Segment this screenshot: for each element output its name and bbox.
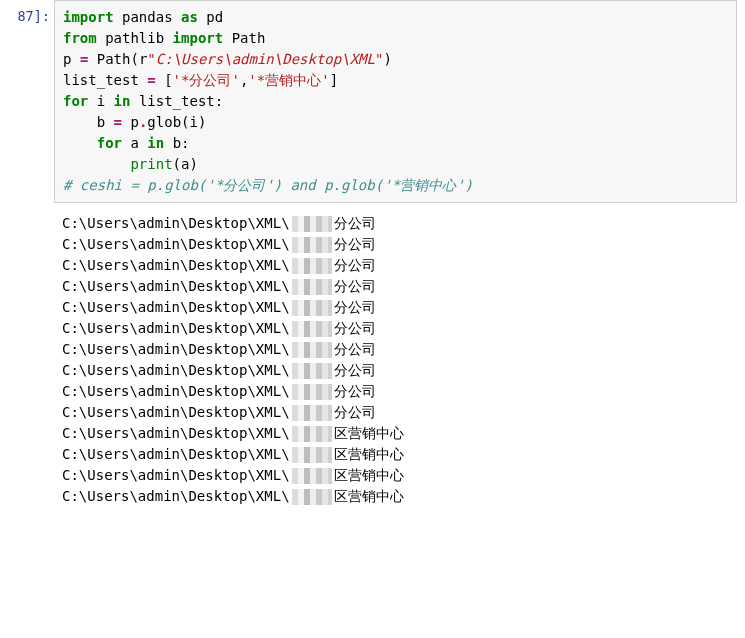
- redacted-segment: [292, 468, 332, 484]
- op-assign: =: [80, 51, 88, 67]
- var-i: i: [97, 93, 105, 109]
- redacted-segment: [292, 279, 332, 295]
- paren-close3: ): [189, 156, 197, 172]
- var-listtest: list_test: [63, 72, 139, 88]
- output-path-suffix: 分公司: [334, 297, 376, 318]
- output-line: C:\Users\admin\Desktop\XML\分公司: [62, 297, 737, 318]
- output-line: C:\Users\admin\Desktop\XML\分公司: [62, 402, 737, 423]
- output-path-suffix: 分公司: [334, 213, 376, 234]
- paren-open3: (: [173, 156, 181, 172]
- redacted-segment: [292, 342, 332, 358]
- output-line: C:\Users\admin\Desktop\XML\分公司: [62, 339, 737, 360]
- output-path-prefix: C:\Users\admin\Desktop\XML\: [62, 234, 290, 255]
- output-area: C:\Users\admin\Desktop\XML\分公司C:\Users\a…: [54, 203, 745, 507]
- redacted-segment: [292, 489, 332, 505]
- output-line: C:\Users\admin\Desktop\XML\分公司: [62, 213, 737, 234]
- output-path-prefix: C:\Users\admin\Desktop\XML\: [62, 339, 290, 360]
- kw-for: for: [63, 93, 88, 109]
- method-glob: glob: [147, 114, 181, 130]
- output-line: C:\Users\admin\Desktop\XML\区营销中心: [62, 486, 737, 507]
- output-line: C:\Users\admin\Desktop\XML\分公司: [62, 234, 737, 255]
- paren-close2: ): [198, 114, 206, 130]
- op-assign3: =: [114, 114, 122, 130]
- var-a: a: [130, 135, 138, 151]
- redacted-segment: [292, 426, 332, 442]
- output-line: C:\Users\admin\Desktop\XML\区营销中心: [62, 465, 737, 486]
- alias-pd: pd: [206, 9, 223, 25]
- bracket-open: [: [164, 72, 172, 88]
- output-path-prefix: C:\Users\admin\Desktop\XML\: [62, 276, 290, 297]
- colon2: :: [181, 135, 189, 151]
- redacted-segment: [292, 384, 332, 400]
- output-path-prefix: C:\Users\admin\Desktop\XML\: [62, 318, 290, 339]
- bracket-close: ]: [330, 72, 338, 88]
- output-path-suffix: 区营销中心: [334, 444, 404, 465]
- redacted-segment: [292, 363, 332, 379]
- output-line: C:\Users\admin\Desktop\XML\分公司: [62, 381, 737, 402]
- op-assign2: =: [147, 72, 155, 88]
- output-path-prefix: C:\Users\admin\Desktop\XML\: [62, 381, 290, 402]
- output-path-suffix: 分公司: [334, 318, 376, 339]
- redacted-segment: [292, 258, 332, 274]
- str-path: C:\Users\admin\Desktop\XML: [156, 51, 375, 67]
- output-path-suffix: 分公司: [334, 276, 376, 297]
- code-editor[interactable]: import pandas as pd from pathlib import …: [54, 0, 737, 203]
- redacted-segment: [292, 447, 332, 463]
- output-path-suffix: 分公司: [334, 381, 376, 402]
- seq-b: b: [173, 135, 181, 151]
- output-path-suffix: 分公司: [334, 339, 376, 360]
- output-line: C:\Users\admin\Desktop\XML\分公司: [62, 255, 737, 276]
- mod-pandas: pandas: [122, 9, 173, 25]
- str-item2: '*营销中心': [248, 72, 329, 88]
- call-path: Path: [97, 51, 131, 67]
- str-q1: ": [147, 51, 155, 67]
- redacted-segment: [292, 321, 332, 337]
- mod-pathlib: pathlib: [105, 30, 164, 46]
- output-line: C:\Users\admin\Desktop\XML\分公司: [62, 360, 737, 381]
- redacted-segment: [292, 405, 332, 421]
- output-path-suffix: 分公司: [334, 255, 376, 276]
- output-path-prefix: C:\Users\admin\Desktop\XML\: [62, 402, 290, 423]
- arg-i: i: [190, 114, 198, 130]
- output-path-prefix: C:\Users\admin\Desktop\XML\: [62, 297, 290, 318]
- kw-from: from: [63, 30, 97, 46]
- output-path-suffix: 分公司: [334, 360, 376, 381]
- paren-open: (: [130, 51, 138, 67]
- cls-path: Path: [232, 30, 266, 46]
- output-path-prefix: C:\Users\admin\Desktop\XML\: [62, 255, 290, 276]
- output-path-prefix: C:\Users\admin\Desktop\XML\: [62, 213, 290, 234]
- kw-in2: in: [147, 135, 164, 151]
- redacted-segment: [292, 237, 332, 253]
- builtin-print: print: [130, 156, 172, 172]
- paren-open2: (: [181, 114, 189, 130]
- comment-line: # ceshi = p.glob('*分公司') and p.glob('*营销…: [63, 177, 473, 193]
- kw-import: import: [63, 9, 114, 25]
- output-path-suffix: 分公司: [334, 402, 376, 423]
- input-prompt: 87]:: [0, 0, 54, 26]
- output-line: C:\Users\admin\Desktop\XML\区营销中心: [62, 444, 737, 465]
- output-path-suffix: 区营销中心: [334, 423, 404, 444]
- prompt-label: 87]:: [17, 8, 50, 24]
- colon1: :: [215, 93, 223, 109]
- obj-p: p: [130, 114, 138, 130]
- var-p: p: [63, 51, 71, 67]
- input-cell: 87]: import pandas as pd from pathlib im…: [0, 0, 745, 203]
- output-line: C:\Users\admin\Desktop\XML\区营销中心: [62, 423, 737, 444]
- output-line: C:\Users\admin\Desktop\XML\分公司: [62, 276, 737, 297]
- output-path-prefix: C:\Users\admin\Desktop\XML\: [62, 444, 290, 465]
- var-b: b: [97, 114, 105, 130]
- kw-for2: for: [97, 135, 122, 151]
- output-path-suffix: 区营销中心: [334, 486, 404, 507]
- output-path-prefix: C:\Users\admin\Desktop\XML\: [62, 465, 290, 486]
- kw-in: in: [114, 93, 131, 109]
- redacted-segment: [292, 300, 332, 316]
- str-item1: '*分公司': [173, 72, 240, 88]
- seq-listtest: list_test: [139, 93, 215, 109]
- output-path-prefix: C:\Users\admin\Desktop\XML\: [62, 423, 290, 444]
- output-path-prefix: C:\Users\admin\Desktop\XML\: [62, 360, 290, 381]
- output-line: C:\Users\admin\Desktop\XML\分公司: [62, 318, 737, 339]
- kw-as: as: [181, 9, 198, 25]
- output-path-prefix: C:\Users\admin\Desktop\XML\: [62, 486, 290, 507]
- output-path-suffix: 区营销中心: [334, 465, 404, 486]
- paren-close: ): [383, 51, 391, 67]
